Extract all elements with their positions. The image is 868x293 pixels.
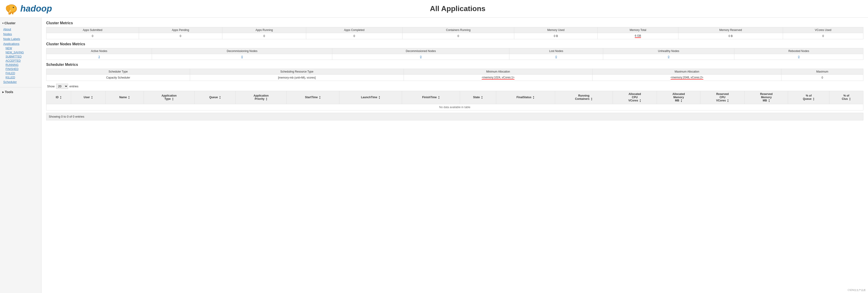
sidebar-item-nodes[interactable]: Nodes [0,32,41,36]
sidebar-item-running[interactable]: RUNNING [2,63,41,67]
val-maximum-allocation: <memory:2048, vCores:2> [592,75,781,81]
col-allocated-memory[interactable]: AllocatedMemoryMB ▲▼ [657,91,700,104]
col-memory-used: Memory Used [514,27,598,33]
scheduler-metrics-table: Scheduler Type Scheduling Resource Type … [46,69,863,81]
sidebar-item-scheduler[interactable]: Scheduler [0,80,41,84]
svg-rect-5 [10,12,11,14]
show-label: Show [47,85,55,88]
cluster-nodes-metrics-title: Cluster Nodes Metrics [46,42,863,46]
applications-table: ID ▲▼ User ▲▼ Name ▲▼ ApplicationType ▲▼… [46,91,863,111]
val-apps-completed: 0 [306,33,402,39]
col-allocated-cpu[interactable]: AllocatedCPUVCores ▲▼ [613,91,657,104]
sidebar: ▾ Cluster About Nodes Node Labels Applic… [0,18,41,293]
col-apps-completed: Apps Completed [306,27,402,33]
col-user[interactable]: User ▲▼ [71,91,105,104]
sidebar-nav: About Nodes Node Labels Applications NEW… [0,26,41,85]
cluster-label: Cluster [4,21,16,25]
cluster-metrics-table: Apps Submitted Apps Pending Apps Running… [46,27,863,39]
entries-select[interactable]: 10 20 25 50 100 [56,84,68,89]
val-apps-submitted: 0 [46,33,139,39]
no-data-message: No data available in table [46,104,863,111]
user-sort-icon: ▲▼ [91,96,93,99]
memory-total-underline: 6 GB [635,34,641,38]
col-pct-clus[interactable]: % ofClus ▲▼ [830,91,863,104]
col-memory-total: Memory Total [598,27,678,33]
val-scheduler-type: Capacity Scheduler [46,75,190,81]
col-reserved-cpu[interactable]: ReservedCPUVCores ▲▼ [700,91,745,104]
val-apps-pending: 0 [139,33,222,39]
col-finish-time[interactable]: FinishTime ▲▼ [402,91,460,104]
col-scheduler-type: Scheduler Type [46,69,190,75]
col-active-nodes: Active Nodes [46,48,152,54]
val-active-nodes[interactable]: 3 [46,54,152,60]
tools-arrow-icon: ▸ [2,90,4,94]
sidebar-item-killed[interactable]: KILLED [2,75,41,80]
col-final-status[interactable]: FinalStatus ▲▼ [496,91,555,104]
sidebar-item-new[interactable]: NEW [2,46,41,50]
sidebar-item-failed[interactable]: FAILED [2,71,41,75]
val-scheduling-resource-type: [memory-mb (unit=Mi), vcores] [190,75,404,81]
col-application-priority[interactable]: ApplicationPriority ▲▼ [236,91,286,104]
col-running-containers[interactable]: RunningContainers ▲▼ [555,91,613,104]
tools-label: Tools [5,90,13,94]
col-containers-running: Containers Running [402,27,514,33]
sidebar-item-accepted[interactable]: ACCEPTED [2,59,41,63]
tools-header[interactable]: ▸ Tools [0,89,41,95]
sidebar-item-applications[interactable]: Applications [0,41,41,46]
col-lost-nodes: Lost Nodes [509,48,603,54]
col-reserved-memory[interactable]: ReservedMemoryMB ▲▼ [745,91,788,104]
col-maximum-allocation: Maximum Allocation [592,69,781,75]
col-unhealthy-nodes: Unhealthy Nodes [603,48,734,54]
min-alloc-underline: <memory:1024, vCores:1> [482,76,515,80]
cluster-arrow-icon: ▾ [2,22,3,25]
col-apps-running: Apps Running [222,27,306,33]
allocated-cpu-sort-icon: ▲▼ [640,99,641,102]
col-minimum-allocation: Minimum Allocation [404,69,592,75]
reserved-cpu-sort-icon: ▲▼ [727,99,729,102]
cluster-section-header[interactable]: ▾ Cluster [0,20,41,26]
col-maximum: Maximum [781,69,863,75]
col-scheduling-resource-type: Scheduling Resource Type [190,69,404,75]
val-decommissioned-nodes[interactable]: 0 [332,54,509,60]
entries-label: entries [69,85,79,88]
val-rebooted-nodes[interactable]: 0 [734,54,863,60]
svg-rect-6 [12,12,13,14]
col-state[interactable]: State ▲▼ [460,91,496,104]
scheduler-metrics-title: Scheduler Metrics [46,63,863,67]
showing-entries-footer: Showing 0 to 0 of 0 entries [46,113,863,120]
svg-point-4 [6,5,10,11]
val-memory-used: 0 B [514,33,598,39]
val-decommissioning-nodes[interactable]: 0 [152,54,332,60]
col-name[interactable]: Name ▲▼ [105,91,144,104]
sidebar-item-submitted[interactable]: SUBMITTED [2,55,41,59]
id-sort-icon: ▲▼ [60,96,62,99]
queue-sort-icon: ▲▼ [219,96,221,99]
watermark: CSDN生生产品质 [848,289,866,292]
val-minimum-allocation: <memory:1024, vCores:1> [404,75,592,81]
col-launch-time[interactable]: LaunchTime ▲▼ [339,91,402,104]
logo-text: hadoop [20,4,52,13]
col-start-time[interactable]: StartTime ▲▼ [286,91,339,104]
final-status-sort-icon: ▲▼ [533,96,534,99]
col-id[interactable]: ID ▲▼ [46,91,71,104]
val-vcores-used: 0 [783,33,863,39]
launch-time-sort-icon: ▲▼ [378,96,380,99]
finish-time-sort-icon: ▲▼ [438,96,440,99]
col-pct-queue[interactable]: % ofQueue ▲▼ [788,91,830,104]
val-maximum: 0 [781,75,863,81]
sidebar-item-finished[interactable]: FINISHED [2,67,41,71]
col-application-type[interactable]: ApplicationType ▲▼ [144,91,194,104]
page-title: All Applications [52,4,863,13]
sidebar-item-about[interactable]: About [0,27,41,32]
sidebar-item-node-labels[interactable]: Node Labels [0,36,41,41]
max-alloc-underline: <memory:2048, vCores:2> [671,76,703,80]
val-unhealthy-nodes[interactable]: 0 [603,54,734,60]
col-queue[interactable]: Queue ▲▼ [194,91,236,104]
svg-point-2 [13,7,14,8]
sidebar-item-new-saving[interactable]: NEW_SAVING [2,50,41,55]
col-rebooted-nodes: Rebooted Nodes [734,48,863,54]
apps-table-wrapper: ID ▲▼ User ▲▼ Name ▲▼ ApplicationType ▲▼… [46,91,863,111]
cluster-metrics-title: Cluster Metrics [46,21,863,25]
val-lost-nodes[interactable]: 0 [509,54,603,60]
pct-clus-sort-icon: ▲▼ [849,97,851,101]
